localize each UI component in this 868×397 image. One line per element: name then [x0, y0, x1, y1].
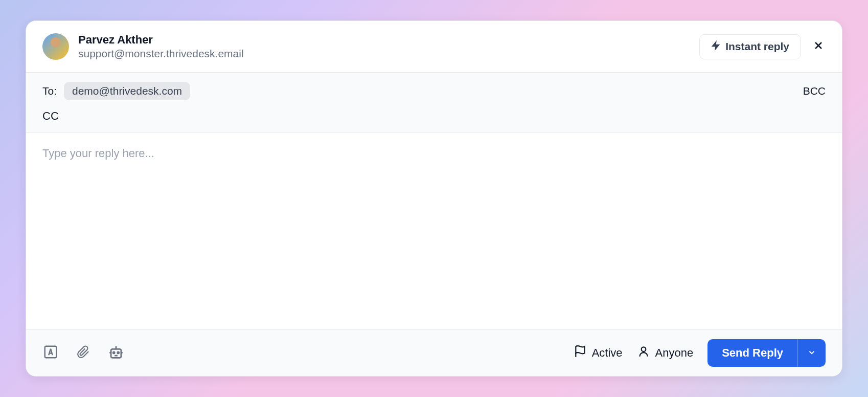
assignee-label: Anyone [655, 346, 694, 360]
send-dropdown-button[interactable] [797, 339, 826, 367]
text-format-icon [43, 344, 58, 362]
header-actions: Instant reply [699, 34, 826, 59]
svg-rect-3 [45, 346, 57, 358]
person-icon [637, 345, 650, 361]
to-label: To: [42, 85, 57, 97]
chevron-down-icon [807, 348, 816, 359]
svg-point-6 [118, 352, 119, 354]
svg-point-5 [113, 352, 115, 354]
cc-button[interactable]: CC [42, 109, 59, 122]
robot-icon [107, 343, 125, 363]
instant-reply-label: Instant reply [725, 40, 789, 53]
send-group: Send Reply [707, 339, 826, 367]
close-button[interactable] [811, 39, 826, 54]
lightning-icon [711, 40, 720, 54]
flag-icon [574, 345, 587, 361]
status-button[interactable]: Active [574, 345, 623, 361]
svg-marker-0 [712, 41, 719, 49]
instant-reply-button[interactable]: Instant reply [699, 34, 801, 59]
sender-avatar [42, 33, 69, 60]
svg-rect-4 [111, 349, 121, 358]
attachment-button[interactable] [75, 345, 92, 361]
close-icon [812, 39, 825, 54]
compose-footer: Active Anyone Send Reply [26, 329, 842, 376]
footer-left [42, 345, 124, 361]
to-email-chip[interactable]: demo@thrivedesk.com [64, 82, 190, 100]
footer-right: Active Anyone Send Reply [574, 339, 826, 367]
compose-card: Parvez Akther support@monster.thrivedesk… [26, 20, 842, 377]
bcc-button[interactable]: BCC [803, 85, 826, 97]
body-area [26, 133, 842, 329]
send-reply-button[interactable]: Send Reply [707, 339, 797, 367]
sender-email: support@monster.thrivedesk.email [78, 48, 699, 60]
text-format-button[interactable] [42, 345, 59, 361]
paperclip-icon [77, 344, 90, 362]
to-row: To: demo@thrivedesk.com BCC [42, 82, 826, 100]
compose-header: Parvez Akther support@monster.thrivedesk… [26, 21, 842, 73]
svg-point-11 [641, 347, 646, 351]
sender-name: Parvez Akther [78, 33, 699, 47]
recipients-section: To: demo@thrivedesk.com BCC CC [26, 73, 842, 133]
status-label: Active [592, 346, 623, 360]
sender-info: Parvez Akther support@monster.thrivedesk… [78, 33, 699, 60]
reply-textarea[interactable] [42, 147, 826, 315]
ai-assist-button[interactable] [108, 345, 124, 361]
assignee-button[interactable]: Anyone [637, 345, 694, 361]
